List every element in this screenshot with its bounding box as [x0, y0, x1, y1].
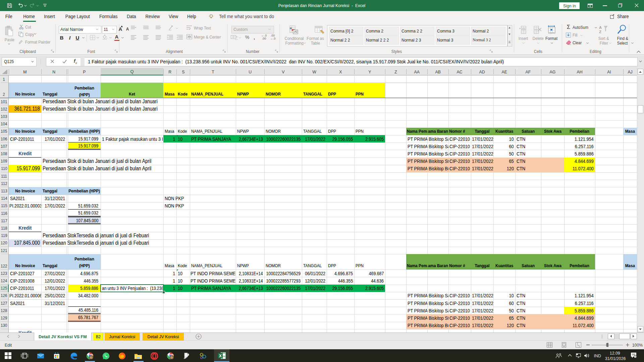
- svg-text:Z: Z: [599, 30, 601, 34]
- svg-text:X: X: [219, 354, 222, 358]
- svg-text:A: A: [599, 25, 602, 29]
- svg-text:D: D: [90, 356, 92, 359]
- svg-text:D: D: [171, 356, 173, 359]
